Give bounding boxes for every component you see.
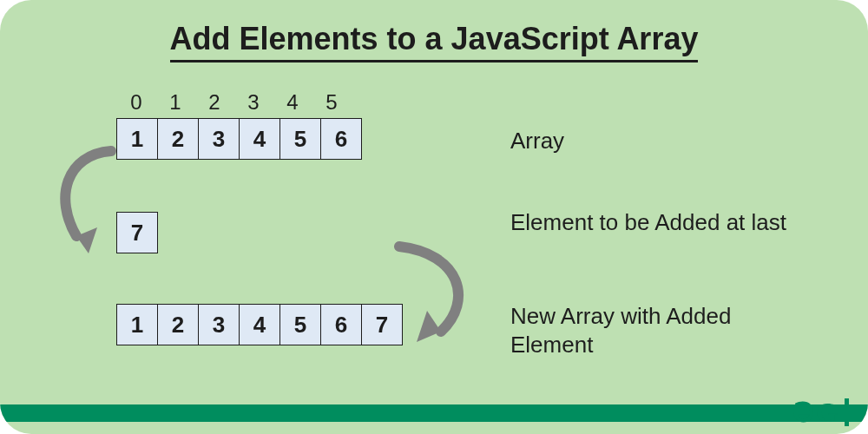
array-cell: 4 <box>239 118 280 160</box>
label-result: New Array with Added Element <box>510 302 771 358</box>
brand-logo: ƏG <box>792 396 849 429</box>
logo-text: ƏG <box>792 397 839 428</box>
array-cell: 4 <box>239 304 280 345</box>
diagram-card: Add Elements to a JavaScript Array 0 1 2… <box>0 0 868 434</box>
index-label: 2 <box>194 90 234 115</box>
index-label: 3 <box>233 90 273 115</box>
array-cell: 3 <box>198 118 240 160</box>
label-array: Array <box>510 127 564 155</box>
array-cell: 5 <box>279 118 321 160</box>
array-cell: 3 <box>198 304 240 345</box>
arrow-curve-icon <box>373 240 486 352</box>
index-label: 5 <box>312 90 352 115</box>
array-cell: 2 <box>157 304 199 345</box>
index-label: 0 <box>116 90 156 115</box>
title-text: Add Elements to a JavaScript Array <box>170 21 699 62</box>
index-label: 4 <box>273 90 312 115</box>
array-cell: 6 <box>320 118 362 160</box>
arrow-down-icon <box>49 146 127 263</box>
svg-marker-1 <box>417 311 441 342</box>
array-before: 1 2 3 4 5 6 <box>116 118 362 160</box>
logo-bar-icon <box>845 398 849 426</box>
array-cell: 6 <box>320 304 362 345</box>
label-element: Element to be Added at last <box>510 208 788 237</box>
array-after: 1 2 3 4 5 6 7 <box>116 304 403 345</box>
index-label: 1 <box>155 90 195 115</box>
page-title: Add Elements to a JavaScript Array <box>0 21 868 57</box>
array-cell: 5 <box>279 304 321 345</box>
array-cell: 1 <box>116 304 158 345</box>
footer-stripe <box>0 404 868 422</box>
index-row: 0 1 2 3 4 5 <box>116 90 352 115</box>
array-cell: 2 <box>157 118 199 160</box>
